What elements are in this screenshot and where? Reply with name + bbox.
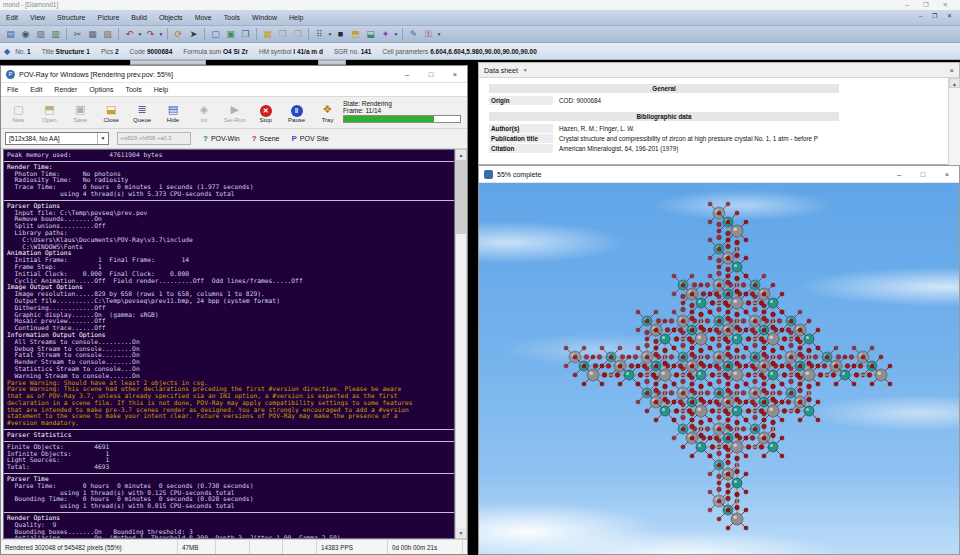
povray-menu-tools[interactable]: Tools bbox=[119, 86, 147, 93]
menu-item-window[interactable]: Window bbox=[246, 14, 283, 21]
console-scrollbar[interactable]: ▲ ▼ bbox=[455, 149, 467, 539]
toolbar-separator bbox=[118, 28, 119, 40]
tray-button[interactable]: ❖Tray bbox=[312, 99, 343, 128]
scroll-up-icon[interactable]: ▲ bbox=[456, 150, 466, 160]
hide-button[interactable]: ▤Hide bbox=[158, 99, 189, 128]
pointer-icon[interactable]: ➤ bbox=[187, 28, 200, 41]
povray-window-title: POV-Ray for Windows [Rendering prev.pov:… bbox=[19, 71, 173, 78]
sel-run-icon: ▶ bbox=[228, 103, 242, 116]
povray-menu-file[interactable]: File bbox=[1, 86, 24, 93]
toolbar-button-label: Sel-Run bbox=[219, 117, 250, 123]
povray-menu-edit[interactable]: Edit bbox=[24, 86, 48, 93]
povray-menu-options[interactable]: Options bbox=[83, 86, 119, 93]
duplicate-window-icon[interactable]: ❐ bbox=[239, 28, 252, 41]
help-icon: P bbox=[291, 134, 296, 143]
resolution-preset-dropdown[interactable]: [512x384, No AA] ▼ bbox=[5, 132, 109, 145]
undo-icon[interactable]: ↶ bbox=[123, 28, 136, 41]
scrollbar-thumb[interactable] bbox=[456, 160, 466, 234]
help-icon: ? bbox=[252, 134, 257, 143]
toolbar-button-label: Queue bbox=[127, 117, 158, 123]
minimize-icon[interactable]: – bbox=[395, 66, 419, 83]
command-line-field[interactable]: +w829 +h658 +a0.3 bbox=[117, 132, 191, 145]
menu-item-tools[interactable]: Tools bbox=[218, 14, 246, 21]
scroll-down-icon[interactable]: ▼ bbox=[456, 528, 466, 538]
menu-item-structure[interactable]: Structure bbox=[51, 14, 91, 21]
menu-item-help[interactable]: Help bbox=[283, 14, 309, 21]
pause-button[interactable]: ‖Pause bbox=[281, 99, 312, 128]
menu-item-build[interactable]: Build bbox=[125, 14, 153, 21]
close-icon[interactable]: × bbox=[935, 166, 959, 183]
info-field-label: Pics bbox=[101, 48, 115, 55]
diamond-mdi-controls[interactable]: – ❐ ✕ bbox=[919, 12, 956, 19]
minimize-icon[interactable]: – bbox=[887, 166, 911, 183]
render-window-controls[interactable]: –□× bbox=[887, 166, 959, 183]
menu-item-picture[interactable]: Picture bbox=[92, 14, 126, 21]
key-icon[interactable]: ⚿ bbox=[422, 28, 435, 41]
menu-item-move[interactable]: Move bbox=[189, 14, 218, 21]
copy-icon[interactable]: ▦ bbox=[86, 28, 99, 41]
layers-icon[interactable]: ⬓ bbox=[364, 28, 377, 41]
close-icon[interactable]: × bbox=[443, 66, 467, 83]
chevron-down-icon[interactable]: ▼ bbox=[327, 31, 333, 37]
link-scene[interactable]: ?Scene bbox=[252, 134, 280, 143]
info-field-value: O4 Si Zr bbox=[223, 48, 248, 55]
find-icon[interactable]: ◉ bbox=[19, 28, 32, 41]
row-value: Crystal structure and compressibility of… bbox=[553, 134, 945, 143]
open-icon: ⬒ bbox=[42, 103, 56, 116]
link-pov-site[interactable]: PPOV Site bbox=[291, 134, 328, 143]
info-field-value: I 41/a m d bbox=[293, 48, 323, 55]
console-line: Split unions.........Off bbox=[7, 223, 454, 230]
tray-icon: ❖ bbox=[321, 103, 335, 116]
chevron-down-icon: ▼ bbox=[97, 133, 108, 144]
scroll-up-icon[interactable]: ▲ bbox=[949, 78, 960, 88]
link-pov-win[interactable]: ?POV-Win bbox=[203, 134, 240, 143]
chevron-down-icon[interactable]: ▼ bbox=[393, 31, 399, 37]
new-structure-window-icon[interactable]: ▢ bbox=[209, 28, 222, 41]
screen-icon[interactable]: ■ bbox=[334, 28, 347, 41]
povray-message-console[interactable]: Peak memory used: 47611904 bytesRender T… bbox=[3, 149, 455, 539]
table-icon[interactable]: ▦ bbox=[261, 28, 274, 41]
print-icon[interactable]: ▥ bbox=[49, 28, 62, 41]
window-gray-icon[interactable]: ❒ bbox=[276, 28, 289, 41]
link-label: POV Site bbox=[300, 135, 329, 142]
stop-button[interactable]: ✕Stop bbox=[250, 99, 281, 128]
close-button[interactable]: ⬓Close bbox=[96, 99, 127, 128]
save-icon[interactable]: ▤ bbox=[4, 28, 17, 41]
datasheet-scrollbar[interactable]: ▲ bbox=[948, 78, 960, 166]
datasheet-body: GeneralOriginCOD: 9000684Bibliographic d… bbox=[479, 78, 949, 166]
atom-grid-icon[interactable]: ⠿ bbox=[313, 28, 326, 41]
state-value: Rendering bbox=[362, 100, 392, 107]
print-preview-icon[interactable]: ▧ bbox=[34, 28, 47, 41]
cut-icon[interactable]: ✂ bbox=[71, 28, 84, 41]
build-icon[interactable]: ✦ bbox=[379, 28, 392, 41]
redo-icon[interactable]: ↷ bbox=[144, 28, 157, 41]
refresh-icon[interactable]: ⟳ bbox=[172, 28, 185, 41]
povray-window-controls[interactable]: –□× bbox=[395, 66, 467, 83]
diamond-window-controls[interactable]: – ❐ ✕ bbox=[905, 0, 954, 10]
close-icon[interactable]: × bbox=[950, 66, 954, 75]
render-progress-title: 55% complete bbox=[497, 171, 541, 178]
chevron-down-icon[interactable]: ▼ bbox=[436, 31, 442, 37]
menu-item-view[interactable]: View bbox=[24, 14, 51, 21]
menu-item-edit[interactable]: Edit bbox=[0, 14, 24, 21]
folder-icon[interactable]: ⬒ bbox=[349, 28, 362, 41]
row-value: Hazen, R. M.; Finger, L. W. bbox=[553, 124, 945, 133]
chevron-down-icon[interactable]: ▼ bbox=[137, 31, 143, 37]
chevron-down-icon[interactable]: ▼ bbox=[523, 67, 528, 73]
toolbar-separator bbox=[167, 28, 168, 40]
pencil-icon[interactable]: ✎ bbox=[407, 28, 420, 41]
window-gray2-icon[interactable]: ❒ bbox=[291, 28, 304, 41]
chevron-down-icon[interactable]: ▼ bbox=[158, 31, 164, 37]
menu-item-objects[interactable]: Objects bbox=[153, 14, 189, 21]
info-field-code: Code 9000684 bbox=[130, 48, 173, 55]
new-picture-window-icon[interactable]: ▣ bbox=[224, 28, 237, 41]
maximize-icon[interactable]: □ bbox=[911, 166, 935, 183]
ini-button: ◈Ini bbox=[188, 99, 219, 128]
queue-button[interactable]: ≣Queue bbox=[127, 99, 158, 128]
maximize-icon[interactable]: □ bbox=[419, 66, 443, 83]
povray-menu-render[interactable]: Render bbox=[48, 86, 83, 93]
povray-menu-help[interactable]: Help bbox=[148, 86, 174, 93]
paste-icon[interactable]: ▨ bbox=[101, 28, 114, 41]
info-field-value: 9000684 bbox=[147, 48, 172, 55]
render-window-icon bbox=[484, 170, 493, 179]
